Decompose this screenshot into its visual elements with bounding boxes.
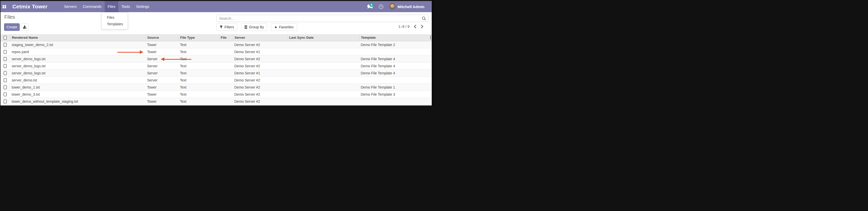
row-select-cell [0, 62, 10, 69]
cell-server: Demo Server #2 [233, 43, 287, 47]
cell-source: Server [146, 71, 179, 75]
table-row[interactable]: staging_tower_demo_2.txtTowerTextDemo Se… [0, 41, 432, 48]
cell-file_type: Text [179, 43, 219, 47]
download-icon [23, 25, 27, 29]
row-checkbox[interactable] [4, 71, 7, 75]
window-frame-top [0, 0, 434, 1]
row-checkbox[interactable] [4, 50, 7, 54]
brand-title[interactable]: Cetmix Tower [8, 1, 51, 12]
cell-source: Tower [146, 92, 179, 96]
table-body: staging_tower_demo_2.txtTowerTextDemo Se… [0, 41, 432, 105]
table-row[interactable]: server_demo_logs.txtServerTextDemo Serve… [0, 69, 432, 77]
row-checkbox[interactable] [4, 99, 7, 103]
cell-server: Demo Server #1 [233, 71, 287, 75]
pager: 1–9 / 9 [398, 24, 424, 29]
row-select-cell [0, 77, 10, 84]
table-row[interactable]: tower_demo_without_template_staging.txtT… [0, 98, 432, 105]
row-select-cell [0, 41, 10, 48]
row-checkbox[interactable] [4, 43, 7, 47]
table-row[interactable]: repos.yamlTowerTextDemo Server #1 [0, 48, 432, 55]
filter-bar: Filters Group By ★ Favorites [216, 23, 297, 31]
search-input[interactable] [217, 16, 420, 21]
nav-item-servers[interactable]: Servers [61, 1, 80, 12]
filters-button[interactable]: Filters [216, 23, 237, 31]
cell-source: Tower [146, 50, 179, 54]
cell-template: Demo File Template 4 [359, 64, 432, 68]
messages-button[interactable]: 4 [364, 1, 376, 12]
row-checkbox[interactable] [4, 64, 7, 68]
table-row[interactable]: tower_demo_1.txtTowerTextDemo Server #2D… [0, 84, 432, 91]
files-list-table: Rendered NameSourceFile TypeFileServerLa… [0, 34, 432, 106]
cell-file_type: Text [179, 64, 219, 68]
annotation-arrow-left [161, 57, 191, 61]
optional-columns-toggle[interactable] [430, 36, 431, 39]
cell-source: Tower [146, 99, 179, 103]
apps-menu-button[interactable] [0, 1, 8, 12]
dropdown-item-templates[interactable]: Templates [102, 21, 128, 27]
clock-icon [379, 4, 383, 9]
cell-rendered_name: server_demo.txt [10, 78, 146, 82]
column-header-file_type[interactable]: File Type [179, 34, 219, 41]
cell-template: Demo File Template 4 [359, 57, 432, 61]
annotation-arrow-right [117, 50, 143, 54]
column-header-source[interactable]: Source [146, 34, 179, 41]
favorites-button[interactable]: ★ Favorites [271, 23, 297, 31]
row-checkbox[interactable] [4, 85, 7, 89]
cell-rendered_name: server_demo_logs.txt [10, 64, 146, 68]
column-header-file[interactable]: File [219, 34, 233, 41]
table-row[interactable]: server_demo_logs.txtServerTextDemo Serve… [0, 55, 432, 62]
group-by-label: Group By [249, 25, 264, 29]
nav-item-files[interactable]: Files [105, 1, 119, 12]
user-name: Mitchell Admin [398, 5, 424, 9]
cell-rendered_name: staging_tower_demo_2.txt [10, 43, 146, 47]
user-avatar [389, 3, 396, 10]
dropdown-item-files[interactable]: Files [102, 14, 128, 21]
download-button[interactable] [21, 23, 29, 31]
pager-previous-button[interactable] [413, 24, 417, 29]
cell-file_type: Text [179, 78, 219, 82]
systray: 4 Mitchell Admin [364, 1, 432, 12]
column-header-rendered_name[interactable]: Rendered Name [10, 34, 146, 41]
table-row[interactable]: tower_demo_3.txtTowerTextDemo Server #2D… [0, 91, 432, 98]
nav-item-settings[interactable]: Settings [133, 1, 152, 12]
group-by-button[interactable]: Group By [241, 23, 267, 31]
select-all-checkbox[interactable] [4, 36, 7, 40]
row-checkbox[interactable] [4, 92, 7, 96]
pager-value: 1–9 / 9 [398, 25, 409, 29]
row-checkbox[interactable] [4, 78, 7, 82]
cell-file_type: Text [179, 71, 219, 75]
favorites-label: Favorites [279, 25, 294, 29]
column-header-template[interactable]: Template [359, 34, 432, 41]
cell-source: Server [146, 64, 179, 68]
cell-rendered_name: server_demo_logs.txt [10, 57, 146, 61]
column-header-last_sync_date[interactable]: Last Sync Date [287, 34, 359, 41]
nav-item-tools[interactable]: Tools [118, 1, 133, 12]
filters-label: Filters [224, 25, 234, 29]
cell-template: Demo File Template 3 [359, 92, 432, 96]
table-footer [0, 105, 432, 106]
cell-server: Demo Server #2 [233, 64, 287, 68]
row-select-cell [0, 69, 10, 77]
bars-icon [244, 26, 247, 29]
row-checkbox[interactable] [4, 57, 7, 61]
messages-count-badge: 4 [369, 3, 374, 7]
table-row[interactable]: server_demo_logs.txtServerTextDemo Serve… [0, 62, 432, 69]
cell-file_type: Text [179, 50, 219, 54]
column-header-server[interactable]: Server [233, 34, 287, 41]
window-frame-left [0, 0, 1, 106]
table-row[interactable]: server_demo.txtServerTextDemo Server #2 [0, 77, 432, 84]
cell-file_type: Text [179, 92, 219, 96]
cell-server: Demo Server #2 [233, 85, 287, 89]
funnel-icon [220, 26, 223, 29]
top-navbar: Cetmix Tower ServersCommandsFilesToolsSe… [0, 1, 432, 12]
files-dropdown-menu: FilesTemplates [101, 12, 128, 29]
nav-item-commands[interactable]: Commands [80, 1, 105, 12]
create-button[interactable]: Create [4, 23, 20, 31]
control-panel: Files Create Filters [0, 12, 432, 34]
row-select-cell [0, 48, 10, 55]
user-menu[interactable]: Mitchell Admin [386, 1, 427, 12]
star-icon: ★ [274, 25, 277, 29]
search-submit[interactable] [420, 17, 428, 21]
activities-button[interactable] [376, 1, 386, 12]
pager-next-button[interactable] [420, 24, 424, 29]
